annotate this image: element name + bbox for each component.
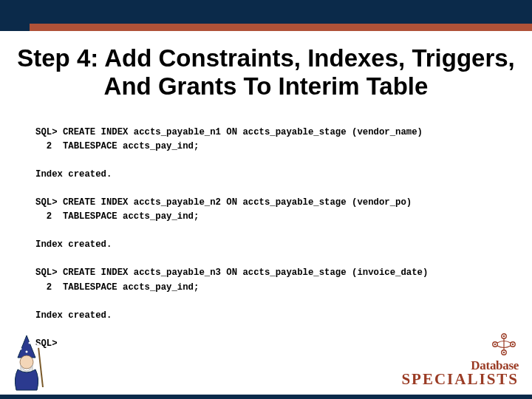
code-line: Index created. (35, 239, 112, 250)
svg-point-3 (26, 351, 28, 353)
footer-bar (0, 395, 532, 399)
code-line: 2 TABLESPACE accts_pay_ind; (35, 141, 199, 151)
code-line: Index created. (35, 310, 112, 321)
svg-point-10 (512, 344, 514, 345)
code-line: SQL> CREATE INDEX accts_payable_n3 ON ac… (35, 267, 428, 278)
wizard-icon (4, 332, 49, 392)
svg-point-14 (503, 352, 505, 353)
code-line: SQL> CREATE INDEX accts_payable_n1 ON ac… (35, 127, 423, 137)
slide-title: Step 4: Add Constraints, Indexes, Trigge… (0, 44, 532, 100)
logo-text-line2: SPECIALISTS (401, 370, 519, 389)
svg-point-6 (36, 344, 41, 348)
code-line: Index created. (35, 169, 112, 180)
code-line: 2 TABLESPACE accts_pay_ind; (35, 211, 199, 222)
code-line: 2 TABLESPACE accts_pay_ind; (35, 282, 199, 293)
svg-line-5 (38, 347, 43, 387)
header-bar-dark (0, 0, 532, 24)
header-bar-corner (0, 24, 30, 31)
company-logo: Database SPECIALISTS (401, 333, 519, 389)
svg-marker-0 (18, 335, 35, 358)
svg-point-4 (20, 355, 33, 369)
svg-point-1 (20, 348, 22, 350)
header-bar-red (30, 24, 532, 31)
svg-point-2 (29, 342, 31, 344)
svg-point-12 (503, 335, 505, 337)
code-line: SQL> CREATE INDEX accts_payable_n2 ON ac… (35, 197, 412, 208)
svg-point-8 (494, 344, 496, 345)
code-block: SQL> CREATE INDEX accts_payable_n1 ON ac… (35, 126, 517, 351)
logo-mark-icon (489, 333, 519, 355)
